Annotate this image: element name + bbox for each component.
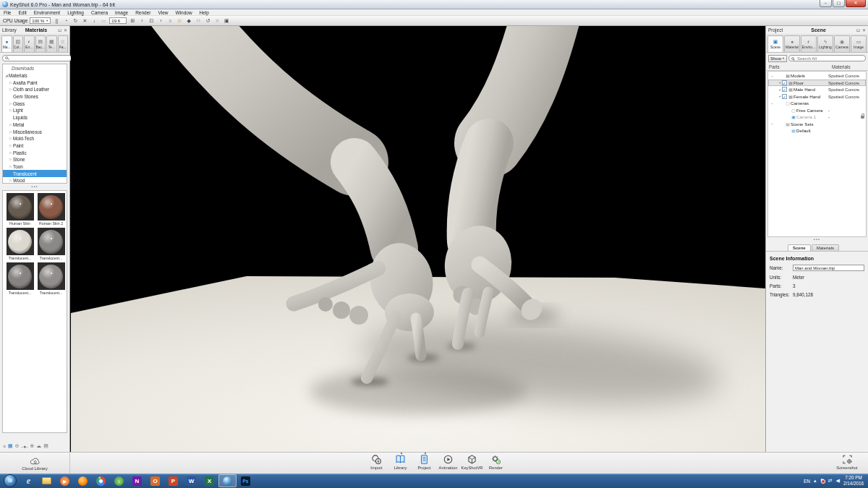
assigned-material[interactable]: Spotted Concre...: [828, 87, 860, 92]
taskbar-outlook[interactable]: O: [146, 474, 164, 487]
screenshot-button[interactable]: Screenshot: [832, 453, 862, 474]
collapse-icon[interactable]: −: [770, 101, 775, 106]
tab-textures[interactable]: ▦Te...: [46, 35, 57, 52]
taskbar-onenote[interactable]: N: [128, 474, 146, 487]
material-thumbnail[interactable]: Translucent...: [36, 262, 66, 296]
taskbar-photoshop[interactable]: Ps: [237, 474, 255, 487]
material-thumbnail[interactable]: Translucent...: [5, 228, 35, 261]
close-panel-icon[interactable]: ✕: [64, 27, 67, 33]
tab-environments[interactable]: ◐En...: [24, 35, 35, 52]
menu-item[interactable]: View: [155, 10, 172, 15]
reset-camera-icon[interactable]: ↻: [72, 17, 79, 25]
material-thumbnail[interactable]: Translucent...: [5, 262, 35, 296]
panel-splitter[interactable]: •••: [0, 184, 69, 189]
hdri-editor-icon[interactable]: H: [195, 17, 202, 25]
history-icon[interactable]: ↺: [204, 17, 211, 25]
library-tree-item[interactable]: ▷ Axalta Paint: [3, 79, 67, 86]
tab-environment[interactable]: ◐Enviro...: [801, 35, 817, 52]
taskbar-keyshot[interactable]: [218, 474, 237, 487]
library-tree-item[interactable]: ▷ Glass: [3, 100, 67, 107]
render-viewport[interactable]: [71, 26, 765, 452]
menu-item[interactable]: Lighting: [64, 10, 88, 15]
assigned-material[interactable]: -: [828, 108, 860, 113]
tab-camera[interactable]: ◉Camera: [834, 35, 850, 52]
material-thumbnail[interactable]: Human Skin: [5, 193, 35, 226]
prev-camera-icon[interactable]: ‹: [138, 17, 145, 25]
assigned-material[interactable]: Spotted Concre...: [828, 80, 860, 85]
tab-material[interactable]: ●Material: [784, 35, 800, 52]
menu-item[interactable]: Window: [171, 10, 195, 15]
thumb-size-slider[interactable]: -●-: [22, 444, 28, 449]
tab-scene[interactable]: ▣Scene: [767, 35, 783, 52]
library-tree-item[interactable]: Downloads: [3, 65, 67, 72]
assigned-material[interactable]: -: [828, 114, 860, 119]
action-center-flag-icon[interactable]: ⚑: [820, 478, 824, 484]
library-tree-item[interactable]: ▷ Stone: [3, 156, 67, 163]
library-tree-item[interactable]: ▷ Plastic: [3, 149, 67, 156]
library-tree-item[interactable]: ▷ Metal: [3, 121, 67, 129]
taskbar-excel[interactable]: X: [200, 474, 218, 487]
library-tree-item[interactable]: Gem Stones: [3, 93, 67, 100]
taskbar-powerpoint[interactable]: P: [164, 474, 182, 487]
library-tree-item[interactable]: ▷ Toon: [3, 163, 67, 171]
import-arrow-icon[interactable]: ↓: [90, 17, 98, 25]
animation-button[interactable]: Animation: [437, 453, 459, 474]
visibility-checkbox[interactable]: ✓: [782, 94, 787, 99]
library-tree-item[interactable]: ◢ Materials: [3, 72, 67, 80]
assigned-material[interactable]: Spotted Concre...: [828, 73, 860, 78]
network-icon[interactable]: ⇄: [828, 478, 833, 484]
library-tree-item[interactable]: ▷ Light: [3, 107, 67, 114]
panel-splitter[interactable]: •••: [766, 237, 868, 242]
show-filter-button[interactable]: Show▼: [768, 55, 787, 62]
import-button[interactable]: Import: [365, 453, 388, 474]
render-button[interactable]: Render: [485, 453, 507, 474]
lock-camera-icon[interactable]: ⊙: [176, 17, 183, 25]
taskbar-internet-explorer[interactable]: e: [20, 474, 38, 487]
zoom-region-icon[interactable]: ⊞: [129, 17, 136, 25]
menu-item[interactable]: Edit: [14, 10, 30, 15]
add-folder-icon[interactable]: ▤: [43, 443, 48, 449]
scene-tree-row[interactable]: + ✓ ▦ Floor Spotted Concre...: [768, 80, 866, 87]
taskbar-windows-explorer[interactable]: [38, 474, 56, 487]
library-button[interactable]: Library: [389, 453, 412, 474]
render-image-icon[interactable]: ▣: [223, 17, 230, 25]
undock-panel-icon[interactable]: ⊡: [58, 27, 61, 33]
tab-lighting[interactable]: ϟLighting: [817, 35, 833, 52]
material-thumbnail[interactable]: Human Skin 2: [36, 193, 66, 226]
orbit-icon[interactable]: ○: [166, 17, 174, 25]
menu-item[interactable]: Image: [111, 10, 132, 15]
taskbar-idm[interactable]: ↓: [110, 474, 128, 487]
cloud-library-button[interactable]: Cloud Library: [0, 453, 70, 474]
fit-view-icon[interactable]: ✕: [81, 17, 88, 25]
dock-panel-icon[interactable]: ▭: [100, 17, 107, 25]
minimize-button[interactable]: –: [820, 0, 832, 7]
taskbar-word[interactable]: W: [182, 474, 200, 487]
taskbar-firefox[interactable]: [74, 474, 92, 487]
project-button[interactable]: Project: [413, 453, 435, 474]
close-button[interactable]: ✕: [846, 0, 866, 7]
tab-materials-info[interactable]: Materials: [812, 244, 839, 251]
upload-cloud-icon[interactable]: ☁: [36, 443, 41, 449]
menu-item[interactable]: Camera: [88, 10, 111, 15]
title-bar[interactable]: KeyShot 6.0 Pro - Man and Woman.bip - 64…: [0, 0, 868, 9]
scene-tree-row[interactable]: ✓ ▤ Default: [768, 127, 866, 134]
zoom-in-icon[interactable]: ⊕: [30, 443, 34, 449]
menu-item[interactable]: Help: [196, 10, 213, 15]
library-tree-item[interactable]: ▷ Wood: [3, 177, 67, 184]
material-override-icon[interactable]: ◆: [185, 17, 192, 25]
assigned-material[interactable]: Spotted Concre...: [828, 94, 860, 99]
language-indicator[interactable]: EN: [804, 479, 810, 484]
library-tree-item[interactable]: ▷ Mold-Tech: [3, 135, 67, 142]
library-search-input[interactable]: [9, 55, 69, 61]
tab-favorites[interactable]: ☆Fa...: [58, 35, 69, 52]
menu-item[interactable]: Environment: [30, 10, 64, 15]
scene-name-input[interactable]: [793, 265, 864, 271]
cpu-usage-select[interactable]: 100 %▼: [30, 17, 51, 24]
scene-tree-row[interactable]: − ✓ ▦ Models Spotted Concre...: [768, 72, 866, 80]
zoom-out-icon[interactable]: ⊖: [15, 443, 20, 449]
undock-panel-icon[interactable]: ⊡: [856, 27, 860, 33]
scene-tree-row[interactable]: − ✓ ▤ Scene Sets: [768, 121, 866, 128]
camera-keyframe-icon[interactable]: ⊡: [148, 17, 155, 25]
taskbar-clock[interactable]: 7:20 PM 2/14/2016: [843, 475, 864, 487]
show-hidden-icons[interactable]: ▴: [814, 478, 817, 484]
